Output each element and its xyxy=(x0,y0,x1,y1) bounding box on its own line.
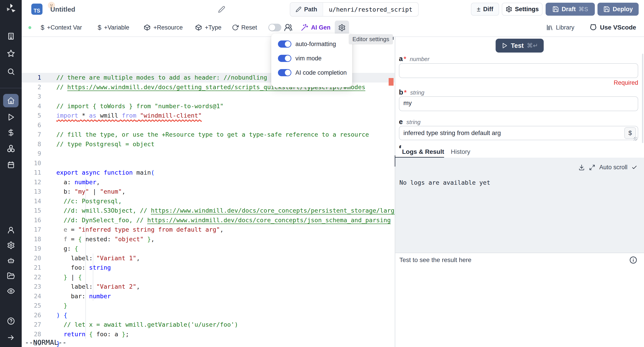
settings-menu-item[interactable]: auto-formatting xyxy=(278,40,346,48)
code-line[interactable]: 15 //d: wmill.S3Object, // https://www.w… xyxy=(22,206,395,216)
code-line[interactable]: 19 g: { xyxy=(22,244,395,254)
code-line[interactable]: 13 b: "my" | "enum", xyxy=(22,187,395,196)
sidebar-item-workspace[interactable] xyxy=(3,30,18,43)
code-line[interactable]: 28 return { foo: a }; xyxy=(22,330,395,339)
toggle-switch[interactable] xyxy=(278,55,291,62)
draft-button[interactable]: Draft ⌘S xyxy=(546,3,595,16)
sidebar-item-search[interactable] xyxy=(3,65,18,78)
code-line[interactable]: 14 //c: Postgresql, xyxy=(22,196,395,206)
tab-logs-result[interactable]: Logs & Result xyxy=(402,148,444,156)
reset-button[interactable]: Reset xyxy=(232,18,257,36)
code-line[interactable]: 24 bar: number xyxy=(22,292,395,301)
code-text[interactable]: } xyxy=(56,301,67,310)
sidebar-item-resources[interactable] xyxy=(3,142,18,156)
code-text[interactable]: foo: string xyxy=(56,263,111,272)
sidebar-item-help[interactable] xyxy=(3,314,18,328)
sidebar-item-variables[interactable] xyxy=(3,126,18,139)
code-line[interactable]: 27 // let x = await wmill.getVariable('u… xyxy=(22,320,395,330)
sidebar-collapse-button[interactable] xyxy=(3,331,18,344)
code-line[interactable]: 26) { xyxy=(22,310,395,320)
settings-menu-item[interactable]: AI code completion xyxy=(278,69,346,76)
sidebar-item-settings[interactable] xyxy=(3,238,18,252)
toggle-off-switch[interactable] xyxy=(268,24,281,31)
code-line[interactable]: 3 xyxy=(22,92,395,102)
auto-scroll-label[interactable]: Auto scroll xyxy=(599,164,628,171)
edit-summary-icon[interactable] xyxy=(218,6,225,13)
code-text[interactable]: e = "inferred type string from default a… xyxy=(56,225,224,234)
code-text[interactable]: label: "Variant 2", xyxy=(56,282,140,292)
code-text[interactable]: bar: number xyxy=(56,292,111,301)
code-line[interactable]: 8// type Postgresql = object xyxy=(22,140,395,149)
info-icon[interactable] xyxy=(629,256,637,264)
code-text[interactable]: return { foo: a }; xyxy=(56,330,129,339)
diff-button[interactable]: ± Diff xyxy=(471,3,499,16)
path-value[interactable]: u/henri/restored_script xyxy=(323,3,418,16)
code-text[interactable]: //d: DynSelect_foo, // https://www.windm… xyxy=(56,216,391,225)
code-text[interactable]: export async function main( xyxy=(56,168,154,178)
code-line[interactable]: 9 xyxy=(22,149,395,158)
test-button[interactable]: Test ⌘↵ xyxy=(496,39,544,52)
code-text[interactable]: // fill the type, or use the +Resource t… xyxy=(56,130,369,140)
code-text[interactable]: //c: Postgresql, xyxy=(56,196,122,206)
code-text[interactable]: import * as wmill from "windmill-client" xyxy=(56,111,202,120)
add-context-var-button[interactable]: $ +Context Var xyxy=(41,18,82,36)
add-variable-button[interactable]: $ +Variable xyxy=(98,18,129,36)
code-text[interactable]: // there are multiple modes to add as he… xyxy=(56,73,267,82)
sidebar-item-audit-logs[interactable] xyxy=(3,284,18,298)
add-type-button[interactable]: +Type xyxy=(195,18,222,36)
code-text[interactable]: b: "my" | "enum", xyxy=(56,187,126,196)
code-line[interactable]: 12 a: number, xyxy=(22,178,395,187)
sidebar-item-favorites[interactable] xyxy=(3,47,18,60)
code-text[interactable]: a: number, xyxy=(56,178,100,187)
code-line[interactable]: 4// import { toWords } from "number-to-w… xyxy=(22,102,395,111)
editor-settings-button[interactable] xyxy=(335,20,349,35)
sidebar-item-folders[interactable] xyxy=(3,269,18,282)
field-a-input[interactable] xyxy=(399,63,638,78)
code-line[interactable]: 7// fill the type, or use the +Resource … xyxy=(22,130,395,140)
deploy-button[interactable]: Deploy xyxy=(598,3,639,16)
download-logs-icon[interactable] xyxy=(578,164,585,171)
code-line[interactable]: 17 e = "inferred type string from defaul… xyxy=(22,225,395,234)
expand-logs-icon[interactable] xyxy=(589,164,595,170)
toggle-switch[interactable] xyxy=(278,69,291,76)
code-text[interactable]: label: "Variant 1", xyxy=(56,254,140,263)
field-b-input[interactable]: my xyxy=(399,96,638,111)
code-line[interactable]: 21 foo: string xyxy=(22,263,395,272)
sidebar-item-user[interactable] xyxy=(3,223,18,237)
code-lines[interactable]: 1// there are multiple modes to add as h… xyxy=(22,73,395,347)
code-line[interactable]: 23 label: "Variant 2", xyxy=(22,282,395,292)
panel-scrollbar[interactable] xyxy=(642,54,643,143)
code-text[interactable]: } | { xyxy=(56,272,82,282)
code-text[interactable]: // type Postgresql = object xyxy=(56,140,154,149)
code-line[interactable]: 5import * as wmill from "windmill-client… xyxy=(22,111,395,120)
code-text[interactable]: ) { xyxy=(56,310,67,320)
add-resource-button[interactable]: +Resource xyxy=(144,18,183,36)
settings-menu-item[interactable]: vim mode xyxy=(278,54,346,62)
resize-handle[interactable] xyxy=(634,137,637,141)
code-text[interactable]: // import { toWords } from "number-to-wo… xyxy=(56,102,224,111)
code-line[interactable]: 6 xyxy=(22,120,395,130)
library-button[interactable]: Library xyxy=(546,18,574,36)
tab-history[interactable]: History xyxy=(451,148,470,156)
sidebar-item-schedules[interactable] xyxy=(3,158,18,172)
field-e-input[interactable] xyxy=(399,126,638,140)
panel-splitter[interactable] xyxy=(395,37,395,347)
sidebar-item-home[interactable] xyxy=(3,94,18,107)
toggle-switch[interactable] xyxy=(278,40,291,48)
code-line[interactable]: 18 f = { nested: "object" }, xyxy=(22,234,395,244)
sidebar-item-workers[interactable] xyxy=(3,254,18,268)
windmill-logo-icon[interactable] xyxy=(5,3,17,14)
code-text[interactable]: //d: wmill.S3Object, // https://www.wind… xyxy=(56,206,395,216)
code-line[interactable]: 11export async function main( xyxy=(22,168,395,178)
use-vscode-button[interactable]: Use VScode xyxy=(589,18,636,36)
code-line[interactable]: 10 xyxy=(22,158,395,168)
path-chip[interactable]: Path u/henri/restored_script xyxy=(290,2,418,16)
code-text[interactable]: f = { nested: "object" }, xyxy=(56,234,154,244)
code-line[interactable]: 25 } xyxy=(22,301,395,310)
code-text[interactable]: g: { xyxy=(56,244,78,254)
code-line[interactable]: 16 //d: DynSelect_foo, // https://www.wi… xyxy=(22,216,395,225)
sidebar-item-runs[interactable] xyxy=(3,110,18,124)
settings-button[interactable]: Settings xyxy=(502,3,542,16)
code-line[interactable]: 22 } | { xyxy=(22,272,395,282)
code-line[interactable]: 29} xyxy=(22,339,395,347)
